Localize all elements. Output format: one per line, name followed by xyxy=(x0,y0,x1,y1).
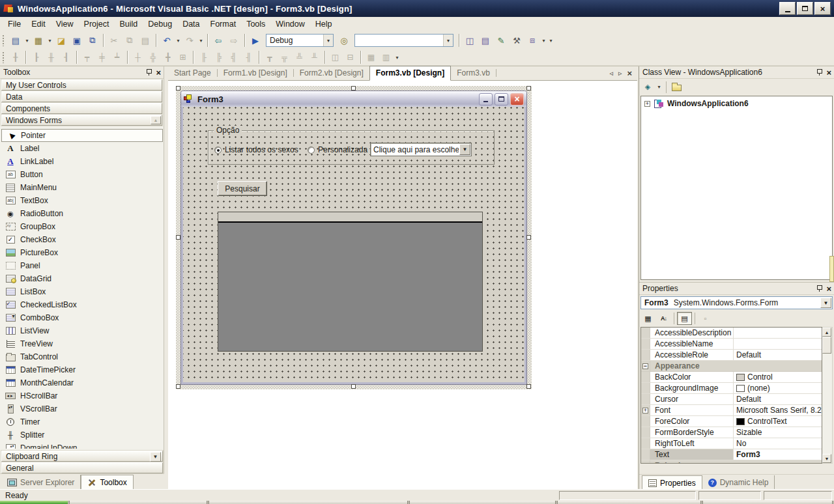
make-same-height-button[interactable]: ╋ xyxy=(160,51,175,64)
toolbox-item-pointer[interactable]: ▶Pointer xyxy=(1,129,163,142)
vertical-spacing-remove-button[interactable]: ╨ xyxy=(307,51,322,64)
toolbox-category-windows-forms[interactable]: Windows Forms▲ xyxy=(1,115,162,126)
paste-button[interactable]: ▤ xyxy=(137,33,153,48)
toolbox-item-listview[interactable]: ListView xyxy=(1,324,163,337)
sort-dropdown[interactable]: ▾ xyxy=(655,79,663,94)
toolbox-category-clipboard-ring[interactable]: Clipboard Ring▼ xyxy=(1,451,163,462)
pin-icon[interactable] xyxy=(815,68,824,77)
property-row-formborderstyle[interactable]: FormBorderStyleSizable xyxy=(641,427,822,438)
radio-personalizada[interactable]: Personalizada xyxy=(308,145,367,154)
scroll-up-icon[interactable]: ▲ xyxy=(151,116,161,124)
toolbox-category-data[interactable]: Data xyxy=(1,91,162,102)
resize-handle[interactable] xyxy=(176,235,180,240)
scroll-down-icon[interactable]: ▼ xyxy=(822,454,831,463)
toolbox-item-button[interactable]: abButton xyxy=(1,168,163,181)
pin-icon[interactable] xyxy=(145,68,153,77)
designer-canvas[interactable]: Form3 × Opção xyxy=(168,81,637,490)
toolbox-item-timer[interactable]: Timer xyxy=(1,415,163,428)
code-view-button[interactable]: ✎ xyxy=(493,33,509,48)
properties-view-button[interactable]: ▤ xyxy=(677,312,692,325)
toolbar-grip[interactable] xyxy=(2,51,5,63)
sort-button[interactable]: ◈ xyxy=(641,81,654,94)
dropdown-caret-icon[interactable]: ▾ xyxy=(394,50,401,65)
other-windows-button[interactable]: ⧈ xyxy=(525,33,540,48)
vertical-spacing-equal-button[interactable]: ┳ xyxy=(262,51,277,64)
make-same-width-button[interactable]: ┼ xyxy=(130,51,145,64)
close-button[interactable]: × xyxy=(814,2,831,15)
doc-tab-start-page[interactable]: Start Page xyxy=(168,66,217,80)
toolbox-item-groupbox[interactable]: xyGroupBox xyxy=(1,220,163,233)
menu-file[interactable]: File xyxy=(3,18,26,31)
toolbox-item-checkedlistbox[interactable]: CheckedListBox xyxy=(1,298,163,311)
scroll-tabs-left-icon[interactable]: ◃ xyxy=(609,69,613,77)
open-file-button[interactable]: ◪ xyxy=(53,33,69,48)
tree-node-project[interactable]: + WindowsApplication6 xyxy=(641,96,832,108)
chevron-down-icon[interactable]: ▼ xyxy=(459,144,470,155)
copy-button[interactable]: ⧉ xyxy=(122,33,137,48)
properties-window-button[interactable]: ▤ xyxy=(478,33,493,48)
property-row-cursor[interactable]: CursorDefault xyxy=(641,394,822,405)
property-value[interactable]: Control xyxy=(734,372,822,382)
start-button[interactable]: ▶ xyxy=(248,33,263,48)
toolbox-item-datagrid[interactable]: DataGrid xyxy=(1,272,163,285)
menu-project[interactable]: Project xyxy=(79,18,115,31)
doc-tab-form3-vb[interactable]: Form3.vb xyxy=(451,66,496,80)
designed-form[interactable]: Form3 × Opção xyxy=(180,91,527,385)
menu-view[interactable]: View xyxy=(51,18,79,31)
close-document-icon[interactable]: × xyxy=(627,68,632,78)
bring-to-front-button[interactable]: ▦ xyxy=(364,51,379,64)
toolbox-window-button[interactable]: ⚒ xyxy=(509,33,525,48)
resize-handle[interactable] xyxy=(526,384,531,389)
resize-handle[interactable] xyxy=(351,384,356,389)
resize-handle[interactable] xyxy=(351,86,356,91)
toolbox-item-panel[interactable]: Panel xyxy=(1,259,163,272)
chevron-down-icon[interactable]: ▾ xyxy=(443,35,453,46)
save-all-button[interactable]: ⧉ xyxy=(85,33,100,48)
send-to-back-button[interactable]: ▥ xyxy=(379,51,394,64)
menu-data[interactable]: Data xyxy=(177,18,205,31)
resize-handle[interactable] xyxy=(176,86,180,91)
horizontal-spacing-decrease-button[interactable]: ╣ xyxy=(226,51,241,64)
tab-server-explorer[interactable]: Server Explorer xyxy=(1,475,81,490)
property-value[interactable]: No xyxy=(734,438,822,449)
property-row-forecolor[interactable]: ForeColorControlText xyxy=(641,416,822,427)
menu-build[interactable]: Build xyxy=(114,18,143,31)
make-same-size-button[interactable]: ⊞ xyxy=(175,51,190,64)
dropdown-caret-icon[interactable]: ▾ xyxy=(540,33,547,48)
new-project-button[interactable]: ▤ xyxy=(8,33,23,48)
resize-handle[interactable] xyxy=(526,86,531,91)
property-value[interactable]: ControlText xyxy=(734,416,822,427)
close-icon[interactable]: × xyxy=(156,68,161,77)
vertical-spacing-increase-button[interactable]: ╦ xyxy=(277,51,292,64)
cut-button[interactable]: ✂ xyxy=(106,33,122,48)
size-to-grid-button[interactable]: ╬ xyxy=(145,51,160,64)
save-button[interactable]: ▣ xyxy=(69,33,85,48)
doc-tab-form2-vb-design[interactable]: Form2.vb [Design] xyxy=(294,66,369,80)
find-combo[interactable]: ▾ xyxy=(354,34,453,47)
results-datagrid[interactable] xyxy=(218,212,483,352)
menu-window[interactable]: Window xyxy=(270,18,309,31)
property-grid-scrollbar[interactable]: ▲ ▼ xyxy=(822,327,833,464)
categorized-button[interactable]: ▦ xyxy=(640,312,655,325)
toolbox-item-linklabel[interactable]: ALinkLabel xyxy=(1,155,163,168)
toolbar-grip[interactable] xyxy=(2,35,5,46)
new-folder-button[interactable] xyxy=(670,81,683,94)
tab-dynamic-help[interactable]: ?Dynamic Help xyxy=(702,475,775,490)
property-row-behavior[interactable]: −Behavior xyxy=(641,460,822,464)
redo-button[interactable]: ↷ xyxy=(182,33,197,48)
vertical-spacing-decrease-button[interactable]: ╩ xyxy=(292,51,307,64)
tab-properties[interactable]: Properties xyxy=(642,475,702,490)
property-value[interactable] xyxy=(734,328,822,338)
horizontal-spacing-remove-button[interactable]: ╢ xyxy=(241,51,256,64)
toolbox-item-datetimepicker[interactable]: DateTimePicker xyxy=(1,363,163,376)
dropdown-caret-icon[interactable]: ▾ xyxy=(547,33,554,48)
toolbox-item-tabcontrol[interactable]: TabControl xyxy=(1,350,163,363)
radio-listar-todos[interactable]: Listar todos os sexos xyxy=(214,145,298,154)
toolbox-item-hscrollbar[interactable]: ◂▸HScrollBar xyxy=(1,389,163,402)
horizontal-spacing-equal-button[interactable]: ╟ xyxy=(196,51,211,64)
toolbox-item-mainmenu[interactable]: MainMenu xyxy=(1,181,163,194)
collapse-icon[interactable]: − xyxy=(642,363,648,369)
dropdown-caret-icon[interactable]: ▾ xyxy=(46,33,53,48)
close-icon[interactable]: × xyxy=(826,68,831,77)
solution-explorer-button[interactable]: ◫ xyxy=(462,33,478,48)
